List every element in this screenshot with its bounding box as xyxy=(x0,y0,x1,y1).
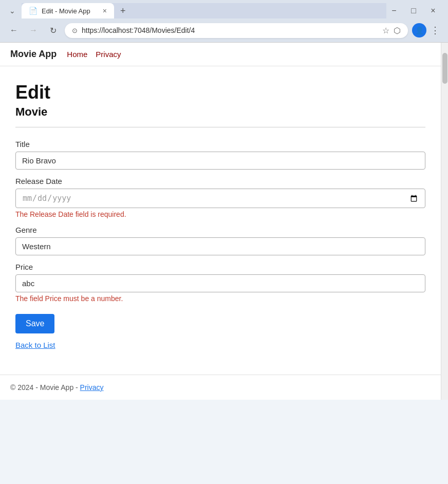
scrollbar-thumb[interactable] xyxy=(442,53,447,84)
site-brand: Movie App xyxy=(10,49,57,60)
scrollbar[interactable] xyxy=(441,43,448,400)
browser-menu-button[interactable]: ⋮ xyxy=(428,23,442,38)
back-to-list-container: Back to List xyxy=(15,341,425,350)
browser-chrome: ⌄ 📄 Edit - Movie App × + − □ × ← → ↻ ⊙ h… xyxy=(0,0,448,42)
window-close-btn[interactable]: × xyxy=(425,3,441,18)
address-bar[interactable]: ⊙ https://localhost:7048/Movies/Edit/4 ☆… xyxy=(65,23,408,38)
browser-window: Movie App Home Privacy Edit Movie Title … xyxy=(0,42,448,400)
back-to-list-link[interactable]: Back to List xyxy=(15,341,55,349)
title-label: Title xyxy=(15,140,425,148)
toolbar-right: 👤 ⋮ xyxy=(412,23,442,38)
nav-home-link[interactable]: Home xyxy=(67,50,87,59)
genre-input[interactable] xyxy=(15,237,425,255)
footer-privacy-link[interactable]: Privacy xyxy=(80,383,104,392)
security-icon: ⊙ xyxy=(72,27,78,34)
browser-tab[interactable]: 📄 Edit - Movie App × xyxy=(22,3,114,18)
genre-label: Genre xyxy=(15,226,425,234)
site-navigation: Movie App Home Privacy xyxy=(0,43,441,66)
main-content: Edit Movie Title Release Date The Releas… xyxy=(0,66,441,375)
back-button[interactable]: ← xyxy=(6,23,22,38)
tab-close-btn[interactable]: × xyxy=(103,7,107,14)
forward-button[interactable]: → xyxy=(26,23,41,38)
price-label: Price xyxy=(15,263,425,271)
section-divider xyxy=(15,127,425,127)
extension-icon: ⬡ xyxy=(394,26,401,35)
release-date-input[interactable] xyxy=(15,189,425,208)
browser-toolbar: ← → ↻ ⊙ https://localhost:7048/Movies/Ed… xyxy=(0,18,448,42)
window-minimize-btn[interactable]: − xyxy=(386,3,402,18)
page-content: Movie App Home Privacy Edit Movie Title … xyxy=(0,43,441,400)
browser-dropdown-btn[interactable]: ⌄ xyxy=(5,5,20,17)
footer-text: © 2024 - Movie App - xyxy=(10,383,80,392)
title-input[interactable] xyxy=(15,152,425,170)
reload-button[interactable]: ↻ xyxy=(45,23,61,38)
release-date-field-group: Release Date The Release Date field is r… xyxy=(15,177,425,218)
window-maximize-btn[interactable]: □ xyxy=(406,3,421,18)
edit-movie-form: Title Release Date The Release Date fiel… xyxy=(15,140,425,341)
price-input[interactable] xyxy=(15,274,425,292)
new-tab-button[interactable]: + xyxy=(116,4,130,18)
profile-icon: 👤 xyxy=(415,26,424,34)
page-heading: Edit xyxy=(15,82,425,103)
nav-privacy-link[interactable]: Privacy xyxy=(96,50,121,59)
profile-button[interactable]: 👤 xyxy=(412,23,426,38)
save-button[interactable]: Save xyxy=(15,314,54,333)
bookmark-icon: ☆ xyxy=(382,26,389,35)
tab-icon: 📄 xyxy=(29,7,38,15)
release-date-error: The Release Date field is required. xyxy=(15,210,425,218)
release-date-label: Release Date xyxy=(15,177,425,185)
price-field-group: Price The field Price must be a number. xyxy=(15,263,425,303)
title-field-group: Title xyxy=(15,140,425,170)
page-subheading: Movie xyxy=(15,105,425,119)
price-error: The field Price must be a number. xyxy=(15,294,425,303)
site-footer: © 2024 - Movie App - Privacy xyxy=(0,375,441,400)
tab-title: Edit - Movie App xyxy=(42,7,99,15)
url-text: https://localhost:7048/Movies/Edit/4 xyxy=(82,26,378,34)
genre-field-group: Genre xyxy=(15,226,425,255)
